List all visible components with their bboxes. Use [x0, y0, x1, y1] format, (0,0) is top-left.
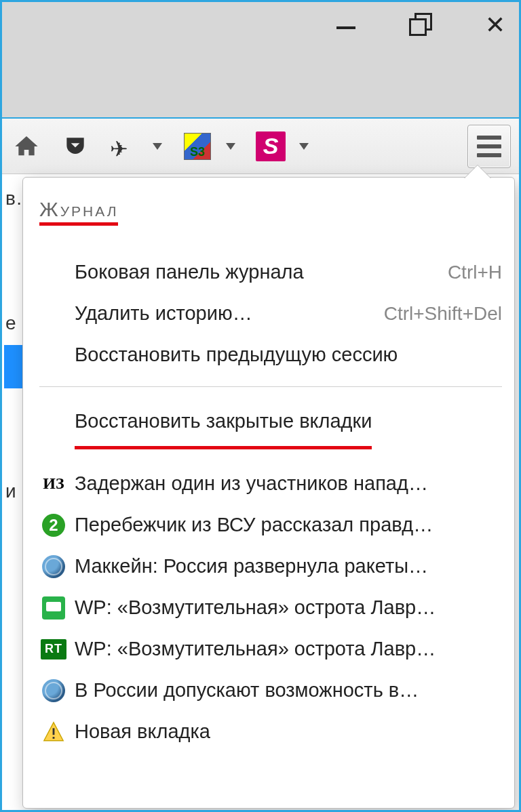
- favicon-number-icon: 2: [41, 512, 66, 538]
- closed-tab-label: Перебежчик из ВСУ рассказал правд…: [75, 514, 433, 536]
- stylish-dropdown[interactable]: [292, 126, 315, 167]
- favicon-globe-icon: [41, 678, 66, 704]
- history-action-2[interactable]: Восстановить предыдущую сессию: [39, 334, 502, 375]
- chevron-down-icon: [226, 143, 235, 150]
- s3-button[interactable]: S3: [177, 126, 218, 167]
- s3-icon: S3: [184, 133, 211, 160]
- closed-tab-item[interactable]: WP: «Возмутительная» острота Лавр…: [39, 587, 502, 628]
- closed-tab-item[interactable]: RTWP: «Возмутительная» острота Лавр…: [39, 628, 502, 670]
- history-action-0[interactable]: Боковая панель журналаCtrl+H: [39, 251, 502, 293]
- menu-button[interactable]: [467, 125, 511, 168]
- closed-tab-label: В России допускают возможность в…: [75, 679, 419, 702]
- closed-tab-item[interactable]: Новая вкладка: [39, 711, 502, 752]
- favicon-chat-icon: [41, 595, 66, 621]
- closed-tab-item[interactable]: Маккейн: Россия развернула ракеты…: [39, 546, 502, 587]
- menu-item-shortcut: Ctrl+Shift+Del: [373, 303, 502, 325]
- stylish-button[interactable]: S: [250, 126, 291, 167]
- menu-item-shortcut: Ctrl+H: [437, 262, 502, 283]
- plane-dropdown[interactable]: [146, 126, 169, 167]
- stylish-icon: S: [256, 131, 286, 161]
- history-action-1[interactable]: Удалить историю…Ctrl+Shift+Del: [39, 293, 502, 334]
- plane-icon: [110, 136, 138, 157]
- home-button[interactable]: [6, 126, 47, 167]
- closed-tab-item[interactable]: ИЗЗадержан один из участников напад…: [39, 463, 502, 504]
- bg-row: е: [4, 302, 23, 345]
- menu-divider: [39, 386, 502, 387]
- s3-dropdown[interactable]: [219, 126, 242, 167]
- bg-row: в…: [4, 177, 23, 220]
- favicon-rt-icon: RT: [41, 636, 66, 662]
- closed-tab-label: WP: «Возмутительная» острота Лавр…: [75, 638, 436, 660]
- background-list-sliver: в… е и: [4, 177, 23, 808]
- window-controls: [330, 9, 511, 40]
- maximize-button[interactable]: [405, 9, 436, 40]
- close-button[interactable]: [480, 9, 511, 40]
- window-titlebar: [2, 2, 519, 119]
- chevron-down-icon: [299, 143, 309, 150]
- closed-tab-label: WP: «Возмутительная» острота Лавр…: [75, 596, 436, 619]
- pocket-button[interactable]: [55, 126, 96, 167]
- browser-toolbar: S3 S: [2, 119, 519, 174]
- plane-button[interactable]: [104, 126, 144, 167]
- chevron-down-icon: [153, 143, 162, 150]
- closed-tab-item[interactable]: В России допускают возможность в…: [39, 670, 502, 711]
- favicon-iz-icon: ИЗ: [41, 471, 66, 497]
- favicon-warning-icon: [41, 719, 66, 745]
- svg-rect-1: [53, 737, 55, 739]
- closed-tab-label: Маккейн: Россия развернула ракеты…: [75, 555, 428, 577]
- minimize-button[interactable]: [330, 9, 362, 40]
- menu-item-label: Удалить историю…: [75, 302, 252, 325]
- bg-row-selected: [4, 345, 23, 388]
- closed-tab-label: Задержан один из участников напад…: [75, 472, 428, 495]
- bg-row: и: [4, 470, 23, 513]
- svg-rect-0: [53, 728, 55, 735]
- menu-item-label: Боковая панель журнала: [75, 261, 304, 283]
- closed-tabs-heading[interactable]: Восстановить закрытые вкладки: [75, 410, 372, 449]
- panel-heading-history: Журнал: [39, 198, 118, 226]
- history-panel: Журнал Боковая панель журналаCtrl+HУдали…: [22, 177, 515, 809]
- closed-tab-item[interactable]: 2Перебежчик из ВСУ рассказал правд…: [39, 504, 502, 546]
- menu-item-label: Восстановить предыдущую сессию: [75, 344, 398, 366]
- closed-tab-label: Новая вкладка: [75, 720, 210, 743]
- favicon-globe-icon: [41, 554, 66, 580]
